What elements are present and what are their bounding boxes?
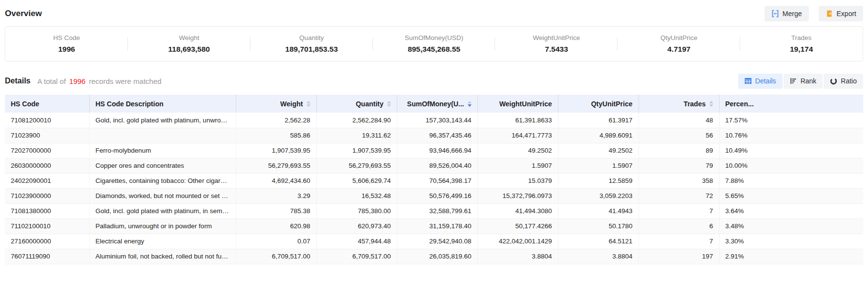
view-tabs: Details Rank Ratio (738, 74, 863, 89)
stat-value: 7.5433 (495, 45, 618, 54)
table-cell: 71023900000 (5, 188, 89, 203)
table-cell: 10.49% (719, 143, 863, 158)
export-button-label: Export (837, 10, 856, 18)
table-cell: 26,035,819.60 (397, 249, 477, 264)
table-row[interactable]: 27160000000Electrical energy0.07457,944.… (5, 234, 863, 249)
column-header: QtyUnitPrice (558, 95, 639, 113)
sort-ascending-icon (468, 101, 472, 103)
column-header: Quantity (316, 95, 397, 113)
table-cell: 2,562.28 (236, 113, 316, 128)
column-header: HS Code (5, 95, 89, 113)
table-cell: 1,907,539.95 (236, 143, 316, 158)
table-row[interactable]: 71023900000Diamonds, worked, but not mou… (5, 188, 863, 203)
sort-ascending-icon (709, 101, 713, 103)
table-cell: 785.38 (236, 203, 316, 219)
table-cell: Copper ores and concentrates (89, 158, 236, 173)
table-cell: 48 (639, 113, 719, 128)
table-cell: 3,059.2203 (558, 188, 639, 203)
table-row[interactable]: 71081200010Gold, incl. gold plated with … (5, 113, 863, 128)
table-cell: 3.8804 (558, 249, 639, 264)
table-cell: 3.30% (719, 234, 863, 249)
overview-stat: QtyUnitPrice 4.7197 (618, 34, 740, 54)
tab-details[interactable]: Details (738, 74, 783, 89)
table-cell: 29,542,940.08 (397, 234, 477, 249)
table-row[interactable]: 71023900585.8619,311.6296,357,435.46164,… (5, 128, 863, 143)
summary-suffix: records were matched (89, 77, 161, 85)
stat-value: 19,174 (740, 45, 863, 54)
table-cell: Electrical energy (89, 234, 236, 249)
stat-label: QtyUnitPrice (618, 34, 740, 41)
table-row[interactable]: 71102100010Palladium, unwrought or in po… (5, 219, 863, 234)
table-cell: 72027000000 (5, 143, 89, 158)
table-cell: 3.48% (719, 219, 863, 234)
overview-stat: SumOfMoney(USD) 895,345,268.55 (373, 34, 496, 54)
table-cell (89, 128, 236, 143)
table-cell: 620.98 (236, 219, 316, 234)
sort-carets[interactable] (387, 101, 391, 107)
column-label: HS Code Description (96, 100, 164, 108)
column-label: WeightUnitPrice (499, 100, 552, 108)
tab-rank-label: Rank (801, 77, 817, 85)
summary-prefix: A total of (37, 77, 65, 85)
table-cell: 41,494.3080 (477, 203, 558, 219)
table-cell: 64.5121 (558, 234, 639, 249)
table-row[interactable]: 26030000000Copper ores and concentrates5… (5, 158, 863, 173)
stat-value: 118,693,580 (128, 45, 250, 54)
stat-label: HS Code (5, 34, 128, 41)
table-cell: 358 (639, 173, 719, 188)
page-title: Overview (5, 9, 42, 19)
table-cell: 3.29 (236, 188, 316, 203)
sort-descending-icon (709, 104, 713, 107)
export-button[interactable]: Export (819, 6, 863, 21)
table-cell: 24022090001 (5, 173, 89, 188)
tab-rank[interactable]: Rank (784, 74, 823, 89)
table-cell: Diamonds, worked, but not mounted or set… (89, 188, 236, 203)
ratio-ring-icon (830, 78, 837, 85)
table-row[interactable]: 24022090001Cigarettes, containing tobacc… (5, 173, 863, 188)
table-cell: 4,989.6091 (558, 128, 639, 143)
stat-label: Weight (128, 34, 250, 41)
table-cell: 17.57% (719, 113, 863, 128)
table-cell: 3.8804 (477, 249, 558, 264)
sort-ascending-icon (387, 101, 391, 103)
table-cell: 457,944.48 (316, 234, 397, 249)
table-row[interactable]: 72027000000Ferro-molybdenum1,907,539.951… (5, 143, 863, 158)
sort-descending-icon (307, 104, 310, 107)
table-row[interactable]: 71081380000Gold, incl. gold plated with … (5, 203, 863, 219)
table-cell: 61,391.8633 (477, 113, 558, 128)
table-cell: 6 (639, 219, 719, 234)
sort-descending-icon (387, 104, 391, 107)
sort-ascending-icon (307, 101, 310, 103)
stat-value: 4.7197 (618, 45, 740, 54)
sort-carets[interactable] (468, 101, 472, 107)
table-cell: 71023900 (5, 128, 89, 143)
table-cell: 3.64% (719, 203, 863, 219)
table-cell: 56,279,693.55 (316, 158, 397, 173)
table-cell: 56,279,693.55 (236, 158, 316, 173)
sort-carets[interactable] (307, 101, 310, 107)
table-cell: 72 (639, 188, 719, 203)
table-cell: 27160000000 (5, 234, 89, 249)
column-label: Percen... (725, 100, 754, 108)
table-cell: 585.86 (236, 128, 316, 143)
column-header: WeightUnitPrice (477, 95, 558, 113)
table-cell: 0.07 (236, 234, 316, 249)
table-cell: 7.88% (719, 173, 863, 188)
table-cell: 96,357,435.46 (397, 128, 477, 143)
page: Overview Merge (0, 0, 868, 264)
table-cell: 197 (639, 249, 719, 264)
table-cell: 71102100010 (5, 219, 89, 234)
stat-value: 189,701,853.53 (250, 45, 373, 54)
table-row[interactable]: 76071119090Aluminium foil, not backed, r… (5, 249, 863, 264)
tab-ratio[interactable]: Ratio (824, 74, 863, 89)
sort-carets[interactable] (709, 101, 713, 107)
table-cell: 89,526,004.40 (397, 158, 477, 173)
table-cell: 61.3917 (558, 113, 639, 128)
table-cell: Palladium, unwrought or in powder form (89, 219, 236, 234)
column-label: Trades (683, 100, 705, 108)
details-bar: Details A total of 1996 records were mat… (5, 73, 863, 89)
table-cell: 16,532.48 (316, 188, 397, 203)
column-header: Percen... (719, 95, 863, 113)
merge-button[interactable]: Merge (765, 6, 809, 21)
column-header: Weight (236, 95, 316, 113)
